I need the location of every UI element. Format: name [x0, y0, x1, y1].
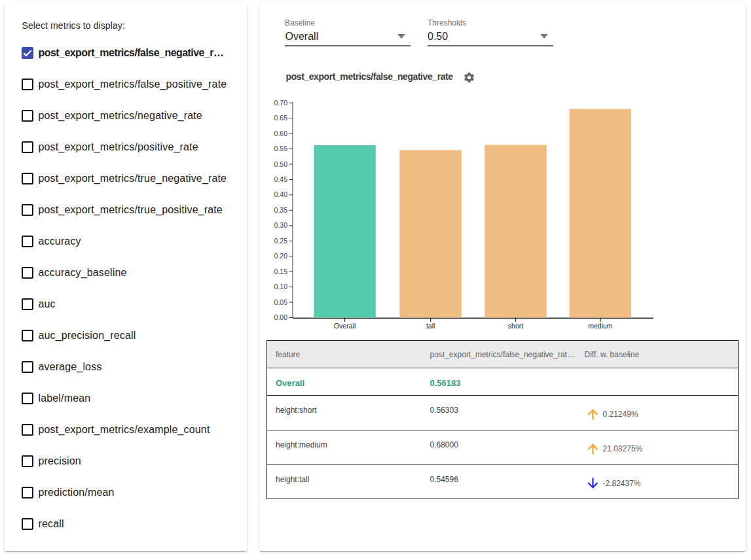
- svg-text:0.05: 0.05: [274, 298, 288, 306]
- svg-text:short: short: [508, 322, 523, 330]
- svg-text:0.25: 0.25: [274, 237, 288, 245]
- svg-text:0.30: 0.30: [274, 221, 288, 229]
- svg-text:0.40: 0.40: [274, 190, 288, 198]
- svg-text:0.50: 0.50: [274, 160, 288, 168]
- svg-text:Overall: Overall: [334, 322, 356, 330]
- svg-text:0.35: 0.35: [274, 206, 288, 214]
- svg-text:0.55: 0.55: [274, 145, 288, 152]
- svg-text:tall: tall: [426, 322, 435, 330]
- svg-text:0.10: 0.10: [274, 283, 288, 290]
- svg-text:0.60: 0.60: [274, 130, 288, 137]
- svg-text:0.00: 0.00: [274, 313, 288, 321]
- svg-text:0.70: 0.70: [274, 99, 288, 107]
- svg-text:0.15: 0.15: [274, 268, 288, 275]
- svg-text:0.20: 0.20: [274, 252, 288, 260]
- svg-text:0.45: 0.45: [274, 175, 288, 183]
- svg-text:medium: medium: [588, 322, 613, 330]
- svg-text:0.65: 0.65: [274, 114, 288, 122]
